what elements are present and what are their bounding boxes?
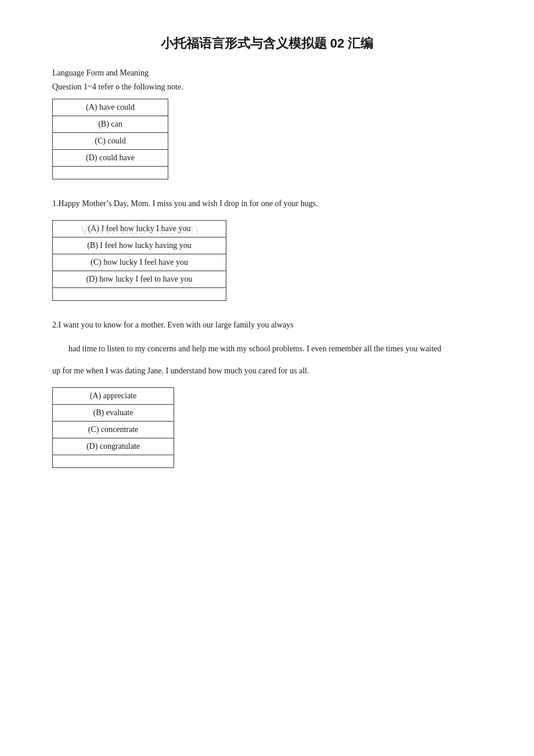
table-row: (C) how lucky I feel have you (53, 254, 226, 271)
question-intro: Question 1~4 refer o the following note. (52, 82, 488, 92)
question-2-body: had time to listen to my concerns and he… (52, 341, 488, 356)
table-row: (A) have could (53, 99, 168, 116)
table-row: (A) I feel how lucky I have you (53, 220, 226, 237)
answer-table-3: (A) appreciate (B) evaluate (C) concentr… (52, 387, 174, 468)
table-row-empty (53, 287, 226, 300)
option-d2: (D) how lucky I feel to have you (53, 271, 226, 287)
option-a2: (A) I feel how lucky I have you (53, 220, 226, 237)
table-row-empty (53, 455, 174, 467)
option-c3: (C) concentrate (53, 421, 174, 438)
table-row: (B) I feel how lucky having you (53, 237, 226, 254)
table-row: (B) can (53, 116, 168, 133)
table-row: (A) appreciate (53, 387, 174, 404)
page-title: 小托福语言形式与含义模拟题 02 汇编 (46, 35, 488, 52)
table-row-empty (53, 167, 168, 179)
question-2-end: up for me when I was dating Jane. I unde… (52, 364, 488, 378)
table-row: (D) how lucky I feel to have you (53, 271, 226, 287)
option-d1: (D) could have (53, 150, 168, 167)
answer-table-1: (A) have could (B) can (C) could (D) cou… (52, 99, 168, 179)
option-b3: (B) evaluate (53, 404, 174, 421)
table-row: (D) congratulate (53, 438, 174, 455)
option-c2: (C) how lucky I feel have you (53, 254, 226, 271)
option-b2: (B) I feel how lucky having you (53, 237, 226, 254)
option-b1: (B) can (53, 116, 168, 133)
option-c1: (C) could (53, 133, 168, 150)
table-row: (C) concentrate (53, 421, 174, 438)
question-1-text: 1.Happy Mother’s Day, Mom. I miss you an… (52, 197, 488, 211)
table-row: (B) evaluate (53, 404, 174, 421)
option-a3: (A) appreciate (53, 387, 174, 404)
table-row: (C) could (53, 133, 168, 150)
section-label: Language Form and Meaning (52, 69, 488, 78)
option-d3: (D) congratulate (53, 438, 174, 455)
table-row: (D) could have (53, 150, 168, 167)
answer-table-2: (A) I feel how lucky I have you (B) I fe… (52, 220, 226, 301)
option-a1: (A) have could (53, 99, 168, 116)
question-2-intro: 2.I want you to know for a mother. Even … (52, 318, 488, 332)
